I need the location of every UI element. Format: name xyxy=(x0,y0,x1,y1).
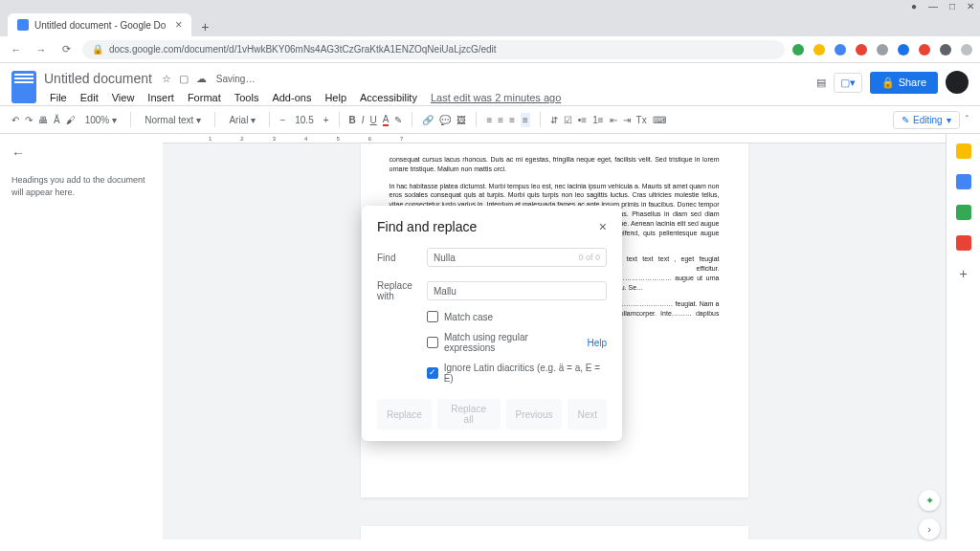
menu-format[interactable]: Format xyxy=(182,90,227,105)
saving-status: Saving… xyxy=(216,74,256,84)
underline-button[interactable]: U xyxy=(370,115,377,125)
share-button[interactable]: 🔒 Share xyxy=(870,72,938,94)
paint-format-button[interactable]: 🖌 xyxy=(66,115,76,125)
ext-icon[interactable] xyxy=(813,44,825,55)
font-size-input[interactable]: 10.5 xyxy=(291,113,317,127)
menu-addons[interactable]: Add-ons xyxy=(266,90,317,105)
ext-icon[interactable] xyxy=(940,44,951,55)
align-right-button[interactable]: ≡ xyxy=(509,115,515,125)
decrease-font-button[interactable]: − xyxy=(279,115,285,125)
tasks-icon[interactable] xyxy=(956,174,971,189)
previous-button[interactable]: Previous xyxy=(506,399,563,430)
insert-image-button[interactable]: 🖼 xyxy=(457,115,466,125)
minimize-icon[interactable]: — xyxy=(928,1,938,11)
last-edit-link[interactable]: Last edit was 2 minutes ago xyxy=(425,90,567,105)
zoom-select[interactable]: 100%▾ xyxy=(81,113,122,127)
ext-icon[interactable] xyxy=(792,44,804,55)
decrease-indent-button[interactable]: ⇤ xyxy=(610,115,617,125)
highlight-button[interactable]: ✎ xyxy=(394,115,402,125)
undo-button[interactable]: ↶ xyxy=(11,115,19,125)
align-left-button[interactable]: ≡ xyxy=(486,115,492,125)
clear-format-button[interactable]: Tx xyxy=(636,115,647,125)
editing-mode-button[interactable]: ✎ Editing ▾ xyxy=(893,111,960,129)
collapse-toolbar-button[interactable]: ˆ xyxy=(966,115,969,125)
text-color-button[interactable]: A xyxy=(383,114,390,126)
replace-input[interactable]: Mallu xyxy=(427,281,607,300)
italic-button[interactable]: I xyxy=(362,115,365,125)
dialog-close-button[interactable]: × xyxy=(599,219,607,234)
maximize-icon[interactable]: □ xyxy=(949,1,955,11)
hide-sidebar-button[interactable]: › xyxy=(919,518,940,540)
find-replace-dialog: Find and replace × Find Nulla 0 of 0 Rep… xyxy=(362,206,622,441)
folder-move-icon[interactable]: ▢ xyxy=(179,73,189,85)
insert-comment-button[interactable]: 💬 xyxy=(439,115,451,125)
increase-indent-button[interactable]: ⇥ xyxy=(623,115,631,125)
share-label: Share xyxy=(899,77,926,88)
close-icon[interactable]: ✕ xyxy=(967,1,974,11)
reload-button[interactable]: ⟳ xyxy=(57,41,75,58)
next-button[interactable]: Next xyxy=(568,399,607,430)
print-button[interactable]: 🖶 xyxy=(38,115,48,125)
line-spacing-button[interactable]: ⇵ xyxy=(550,115,558,125)
ruler[interactable]: 1234567 xyxy=(163,134,946,143)
replace-all-button[interactable]: Replace all xyxy=(437,399,501,430)
numbered-list-button[interactable]: 1≡ xyxy=(592,115,603,125)
style-select[interactable]: Normal text▾ xyxy=(141,113,205,127)
forward-button[interactable]: → xyxy=(33,41,50,58)
ext-icon[interactable] xyxy=(877,44,888,55)
spellcheck-button[interactable]: Ă xyxy=(54,115,60,125)
docs-logo-icon[interactable] xyxy=(11,71,36,103)
contacts-icon[interactable] xyxy=(956,205,971,220)
font-select[interactable]: Arial▾ xyxy=(225,113,259,127)
outline-back-button[interactable]: ← xyxy=(11,145,151,161)
ext-icon[interactable] xyxy=(898,44,909,55)
comment-history-icon[interactable]: ▤ xyxy=(816,77,826,89)
back-button[interactable]: ← xyxy=(8,41,25,58)
tab-close-icon[interactable]: × xyxy=(175,18,182,32)
match-case-checkbox[interactable] xyxy=(427,311,438,322)
find-input[interactable]: Nulla 0 of 0 xyxy=(427,248,607,267)
menubar: File Edit View Insert Format Tools Add-o… xyxy=(44,90,809,105)
cloud-icon[interactable]: ☁ xyxy=(196,73,207,85)
insert-link-button[interactable]: 🔗 xyxy=(422,115,434,125)
star-icon[interactable]: ☆ xyxy=(162,73,171,85)
menu-accessibility[interactable]: Accessibility xyxy=(354,90,423,105)
menu-view[interactable]: View xyxy=(106,90,141,105)
align-justify-button[interactable]: ≡ xyxy=(521,113,530,127)
page[interactable]: Donec lacinia augue nec urna scelerisque… xyxy=(361,526,748,540)
regex-checkbox[interactable] xyxy=(427,337,438,348)
keep-icon[interactable] xyxy=(956,143,971,159)
new-tab-button[interactable]: + xyxy=(195,17,214,36)
maps-icon[interactable] xyxy=(956,235,971,251)
address-bar[interactable]: 🔒 docs.google.com/document/d/1vHwkBKY06m… xyxy=(82,40,785,59)
docs-header: Untitled document ☆ ▢ ☁ Saving… File Edi… xyxy=(0,63,980,105)
ext-icon[interactable] xyxy=(919,44,930,55)
align-center-button[interactable]: ≡ xyxy=(498,115,503,125)
bullet-list-button[interactable]: •≡ xyxy=(578,115,587,125)
menu-edit[interactable]: Edit xyxy=(75,90,104,105)
account-avatar[interactable] xyxy=(946,71,969,94)
menu-help[interactable]: Help xyxy=(319,90,352,105)
add-addon-button[interactable]: + xyxy=(956,266,971,281)
ext-menu-icon[interactable] xyxy=(961,44,972,55)
increase-font-button[interactable]: + xyxy=(323,115,329,125)
checklist-button[interactable]: ☑ xyxy=(564,115,572,125)
find-label: Find xyxy=(377,253,427,263)
browser-tab[interactable]: Untitled document - Google Do × xyxy=(8,13,191,36)
explore-button[interactable]: ✦ xyxy=(919,490,940,511)
document-title[interactable]: Untitled document xyxy=(44,71,152,86)
ext-icon[interactable] xyxy=(856,44,867,55)
present-icon[interactable]: ▢▾ xyxy=(834,73,862,93)
ignore-diacritics-checkbox[interactable] xyxy=(427,367,438,379)
menu-file[interactable]: File xyxy=(44,90,73,105)
bold-button[interactable]: B xyxy=(349,115,356,125)
ext-icon[interactable] xyxy=(835,44,846,55)
regex-help-link[interactable]: Help xyxy=(587,338,607,348)
extension-icons xyxy=(792,44,972,55)
input-tools-button[interactable]: ⌨ xyxy=(653,115,666,125)
menu-tools[interactable]: Tools xyxy=(229,90,265,105)
replace-button[interactable]: Replace xyxy=(377,399,432,430)
redo-button[interactable]: ↷ xyxy=(25,115,33,125)
browser-tab-strip: Untitled document - Google Do × + xyxy=(0,11,980,36)
menu-insert[interactable]: Insert xyxy=(142,90,180,105)
